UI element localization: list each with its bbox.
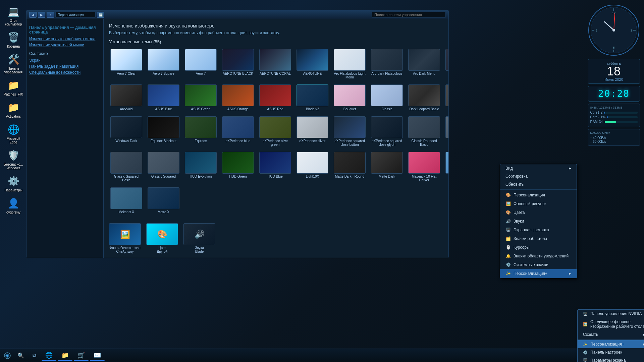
theme-item[interactable]: Aero 7 [183,48,218,80]
theme-item[interactable]: Metro X [146,186,181,215]
search-taskbar-button[interactable]: 🔍 [15,350,27,361]
sub-menu-item-nvidia[interactable]: 🖥️ Панель управления NVIDIA [578,310,644,318]
theme-item[interactable]: Equinox Blackout [146,115,181,148]
desktop-icon-patches[interactable]: 📁 Patches_FIX [2,77,25,98]
taskbar-store[interactable]: 🛒 [74,350,89,361]
back-button[interactable]: ◀ [29,12,37,18]
date-widget[interactable]: суббота 18 Июль 2020 [588,59,640,84]
sidebar-link-taskbar[interactable]: Панель задач и навигация [29,63,101,69]
context-menu-item-cursors[interactable]: 🖱️ Курсоры [500,243,577,252]
sidebar-link-icons[interactable]: Изменение значков рабочего стола [29,36,101,42]
context-menu-item-screensaver[interactable]: 🖥️ Экранная заставка [500,226,577,234]
desktop-icon-controlpanel[interactable]: 🛠️ Панель управления [2,51,25,75]
theme-item[interactable]: eXPerience squared close glyph [370,115,404,148]
context-menu-item-sort[interactable]: Сортировка [500,172,577,180]
theme-item[interactable]: Arc Dark Menu [407,48,441,80]
context-menu-item-personalization-plus[interactable]: ✨ Персонализация+ ▶ [500,269,577,278]
sub-menu-item-next-wallpaper[interactable]: 🖼️ Следующее фоновое изображение рабочег… [578,318,644,330]
sidebar-link-accessibility[interactable]: Специальные возможности [29,69,101,75]
svg-point-13 [612,29,615,32]
theme-item[interactable]: Aero 7 Clear [109,48,144,80]
theme-item[interactable]: HUD Green [221,150,255,183]
desktop-icon-activators[interactable]: 📁 Activators [2,99,25,120]
theme-item[interactable]: Light10X [295,150,330,183]
theme-item[interactable]: Maverick 10 Flat Lighter [444,150,448,183]
theme-item[interactable]: Glassic Squared Basic [109,150,144,183]
theme-item[interactable]: eXPerience blue [221,115,255,148]
bottom-item-wallpaper[interactable]: 🖼️ Фон рабочего столаСлайд-шоу [109,223,141,253]
desktop-icon-security[interactable]: 🛡️ Безопасно... Windows [2,147,25,171]
theme-item[interactable]: Dark Leopard [444,83,448,112]
theme-item[interactable]: Blade v2 [295,83,330,112]
theme-item[interactable]: Mekanix X [109,186,144,215]
desktop-icon-edge[interactable]: 🌐 Microsoft Edge [2,121,25,145]
sub-menu-item-create[interactable]: Создать ▶ [578,330,644,339]
theme-item[interactable]: ASUS Red [258,83,292,112]
taskbar-mail[interactable]: ✉️ [90,350,105,361]
theme-thumbnail [259,49,291,71]
theme-item[interactable]: HUD Evolution [183,150,218,183]
bottom-item-sounds[interactable]: 🔊 ЗвукиBlade [183,223,215,253]
refresh-button[interactable]: 🔄 [97,12,104,18]
theme-item[interactable]: Matte Dark [370,150,404,183]
taskbar-file-explorer[interactable]: 📁 [58,350,72,361]
theme-item[interactable]: Bouquet [332,83,367,112]
context-menu-item-personalization[interactable]: 🎨 Персонализация [500,191,577,199]
theme-item[interactable]: Matte Dark - Round [332,150,367,183]
theme-item[interactable]: Dark Leopard Basic [407,83,441,112]
theme-item[interactable]: Glassic Squared [146,150,181,183]
forward-button[interactable]: ▶ [38,12,45,18]
theme-item[interactable]: eXPerience silver [295,115,330,148]
theme-item[interactable]: AEROTUNE [295,48,330,80]
bottom-item-color[interactable]: 🎨 ЦветДругой [146,223,178,253]
sub-menu-item-screen-params[interactable]: 🖥️ Параметры экрана [578,356,644,362]
theme-item[interactable]: Classic [370,83,404,112]
start-button[interactable] [1,350,13,361]
theme-item[interactable]: Glassic Rounded Basic [407,115,441,148]
context-menu-item-notification-icons[interactable]: 🔔 Значки области уведомлений [500,252,577,260]
theme-item[interactable]: Arc-dark [444,48,448,80]
desktop-icon-trash[interactable]: 🗑️ Корзина [2,29,25,50]
address-bar[interactable]: Персонализация [55,12,96,18]
search-input[interactable] [374,13,443,17]
system-icons-label: Системные значки [514,262,548,267]
theme-item[interactable]: ASUS Green [183,83,218,112]
context-menu-item-system-icons[interactable]: ⚙️ Системные значки [500,260,577,269]
theme-item[interactable]: Arc Flatabulous Light Menu [332,48,367,80]
theme-item[interactable]: ASUS Blue [146,83,181,112]
theme-thumbnail [185,152,217,174]
taskbar-edge[interactable]: 🌐 [42,350,56,361]
sidebar-link-screen[interactable]: Экран [29,57,101,63]
context-menu-item-view[interactable]: Вид ▶ [500,164,577,172]
theme-item[interactable]: eXPerience olive green [258,115,292,148]
theme-item[interactable]: Arc-Void [109,83,144,112]
context-menu-item-refresh[interactable]: Обновить [500,180,577,188]
theme-item[interactable]: Aero 7 Square [146,48,181,80]
theme-item[interactable]: AEROTUNE CORAL [258,48,292,80]
context-menu-item-wallpaper[interactable]: 🖼️ Фоновый рисунок [500,199,577,208]
theme-item[interactable]: HUD Blue [258,150,292,183]
theme-item[interactable]: Maverick 10 Flat Darker [407,150,441,183]
controlpanel-icon-label: Панель управления [3,67,24,74]
desktop-icon-settings[interactable]: ⚙️ Параметры [2,173,25,193]
desktop-icon-computer[interactable]: 💻 Этот компьютер [2,3,25,27]
desktop-icon-user[interactable]: 👤 ovgorskiy [2,195,25,216]
sidebar-link-cursors[interactable]: Изменение указателей мыши [29,42,101,48]
sub-menu-item-settings-panel[interactable]: ⚙️ Панель настроек [578,348,644,356]
theme-item[interactable]: ASUS Orange [221,83,255,112]
context-menu-item-desktop-icons[interactable]: 🗂️ Значки раб. стола [500,234,577,243]
theme-item[interactable]: Glassic Rounded [444,115,448,148]
sub-menu-item-personalization-plus[interactable]: ✨ Персонализация+ ▶ [578,340,644,348]
theme-item[interactable]: Equinox [183,115,218,148]
theme-item[interactable]: AEROTUNE BLACK [221,48,255,80]
theme-item[interactable]: Windows Dark [109,115,144,148]
theme-item[interactable]: eXPerience squared close button [332,115,367,148]
task-view-button[interactable]: ⧉ [28,350,40,361]
theme-item[interactable]: Arc-dark Flatabulous [370,48,404,80]
search-box[interactable] [372,12,446,18]
computer-icon-label: Этот компьютер [3,19,24,26]
context-menu-item-colors[interactable]: 🎨 Цвета [500,208,577,217]
up-button[interactable]: ↑ [47,12,54,18]
time-widget[interactable]: 20:28 [588,86,640,102]
context-menu-item-sounds[interactable]: 🔊 Звуки [500,217,577,226]
